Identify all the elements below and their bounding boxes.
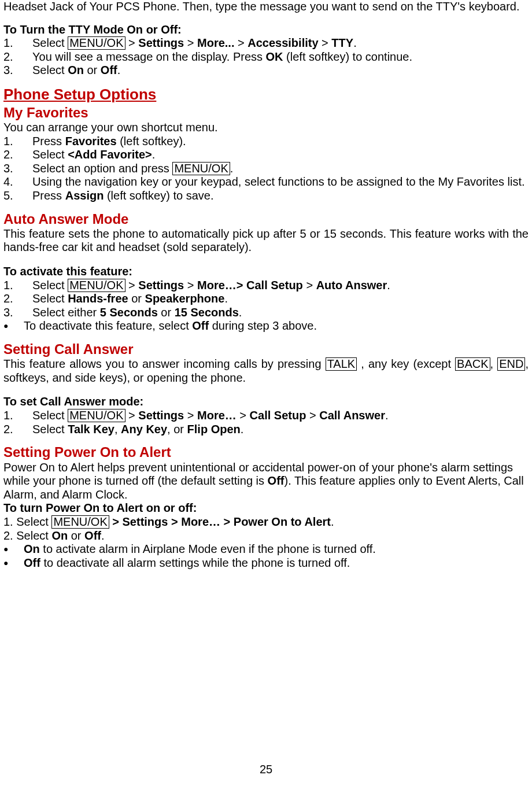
intro-paragraph: Headset Jack of Your PCS Phone. Then, ty…	[3, 0, 529, 14]
text: >	[184, 409, 197, 422]
text: .	[224, 292, 228, 305]
step-body: Select an option and press MENU/OK.	[32, 162, 529, 176]
step-number: 1.	[3, 279, 32, 293]
text: or	[128, 292, 145, 305]
text: , or	[167, 423, 187, 436]
bullet-body: On to activate alarm in Airplane Mode ev…	[24, 543, 529, 556]
text: You will see a message on the display. P…	[32, 50, 266, 63]
text: (left softkey) to continue.	[283, 50, 412, 63]
text: <Add Favorite>	[68, 148, 152, 161]
step-number: 4.	[3, 175, 32, 189]
text: Select	[32, 64, 68, 76]
menuok-key: MENU/OK	[68, 279, 125, 292]
text: Off	[84, 529, 101, 542]
step-number: 1.	[3, 135, 32, 149]
text: Flip Open	[187, 423, 241, 436]
menuok-key: MENU/OK	[51, 515, 109, 529]
step-body: Select either 5 Seconds or 15 Seconds.	[32, 306, 529, 320]
text: >	[237, 279, 246, 291]
text: Settings	[138, 279, 184, 291]
step-number: 1.	[3, 36, 32, 50]
step-body: Press Favorites (left softkey).	[32, 135, 529, 149]
step-body: Press Assign (left softkey) to save.	[32, 189, 529, 203]
text: 2. Select	[3, 529, 51, 542]
text: More...	[197, 36, 234, 49]
call-answer-instr-heading: To set Call Answer mode:	[3, 395, 529, 409]
step-body: Using the navigation key or your keypad,…	[32, 175, 529, 189]
text: >	[125, 36, 139, 49]
step-number: 1.	[3, 409, 32, 423]
text: during step 3 above.	[209, 319, 317, 332]
text: Press	[32, 189, 65, 202]
text: >	[125, 409, 139, 422]
text: or	[84, 64, 101, 76]
my-favorites-heading: My Favorites	[3, 105, 529, 121]
text: Select	[32, 36, 68, 49]
list-item: 5. Press Assign (left softkey) to save.	[3, 189, 529, 203]
list-item: ● On to activate alarm in Airplane Mode …	[3, 543, 529, 556]
text: Off	[268, 474, 285, 487]
text: This feature allows you to answer incomi…	[3, 357, 326, 370]
text: >	[237, 409, 250, 422]
bullet-icon: ●	[3, 543, 24, 556]
text: > Settings > More… > Power On to Alert	[109, 515, 331, 528]
auto-answer-instr-heading: To activate this feature:	[3, 265, 529, 279]
list-item: 1. Select MENU/OK > Settings > More…> Ca…	[3, 279, 529, 293]
text: >	[319, 36, 332, 49]
page-number: 25	[0, 763, 532, 777]
auto-answer-paragraph: This feature sets the phone to automatic…	[3, 227, 529, 254]
bullet-body: To deactivate this feature, select Off d…	[24, 319, 529, 333]
text: Select	[32, 292, 68, 305]
tty-heading: To Turn the TTY Mode On or Off:	[3, 23, 529, 37]
step-body: Select <Add Favorite>.	[32, 148, 529, 162]
step-body: Select MENU/OK > Settings > More… > Call…	[32, 409, 529, 423]
menuok-key: MENU/OK	[68, 36, 125, 50]
list-item: 3. Select an option and press MENU/OK.	[3, 162, 529, 176]
step-number: 2.	[3, 148, 32, 162]
text: >	[125, 279, 139, 291]
text: >	[306, 409, 319, 422]
text: .	[239, 306, 242, 319]
text: Select	[32, 279, 68, 291]
text: ,	[490, 357, 498, 370]
call-answer-steps: 1. Select MENU/OK > Settings > More… > C…	[3, 409, 529, 436]
text: >	[184, 279, 197, 291]
text: Off	[192, 319, 209, 332]
text: On	[68, 64, 84, 76]
text: .	[331, 515, 334, 528]
step-number: 5.	[3, 189, 32, 203]
phone-setup-options-heading: Phone Setup Options	[3, 86, 529, 104]
step-number: 2.	[3, 50, 32, 64]
bullet-icon: ●	[3, 319, 24, 333]
text: Settings	[138, 36, 184, 49]
back-key: BACK	[455, 357, 490, 371]
text: Power On to Alert helps prevent unintent…	[3, 461, 430, 474]
document-page: Headset Jack of Your PCS Phone. Then, ty…	[0, 0, 532, 786]
step-number: 2.	[3, 292, 32, 306]
list-item: 2. Select Talk Key, Any Key, or Flip Ope…	[3, 423, 529, 437]
step-body: You will see a message on the display. P…	[32, 50, 529, 64]
text: Call Setup	[246, 279, 303, 291]
text: Call Answer	[319, 409, 385, 422]
power-on-alert-heading: Setting Power On to Alert	[3, 444, 529, 460]
text: Call Setup	[250, 409, 306, 422]
text: Favorites	[65, 135, 117, 147]
text: Headset Jack of Your PCS Phone. Then, ty…	[3, 0, 466, 13]
list-item: 1. Select MENU/OK > Settings > More… > C…	[3, 409, 529, 423]
auto-answer-bullets: ● To deactivate this feature, select Off…	[3, 319, 529, 333]
my-favorites-paragraph: You can arrange your own shortcut menu.	[3, 121, 529, 135]
text: Off	[101, 64, 117, 76]
text: , any key (except	[357, 357, 455, 370]
menuok-key: MENU/OK	[172, 162, 230, 175]
power-on-alert-paragraph: Power On to Alert helps prevent unintent…	[3, 461, 529, 502]
text: or	[158, 306, 175, 319]
text: (left softkey) to save.	[104, 189, 213, 202]
text: More…	[197, 409, 237, 422]
text: .	[152, 148, 156, 161]
text: On	[24, 543, 40, 555]
text: More…	[197, 279, 237, 291]
text: Select	[32, 423, 68, 436]
bullet-icon: ●	[3, 556, 24, 570]
text: OK	[266, 50, 283, 63]
text: to deactivate all alarm settings while t…	[40, 556, 350, 569]
